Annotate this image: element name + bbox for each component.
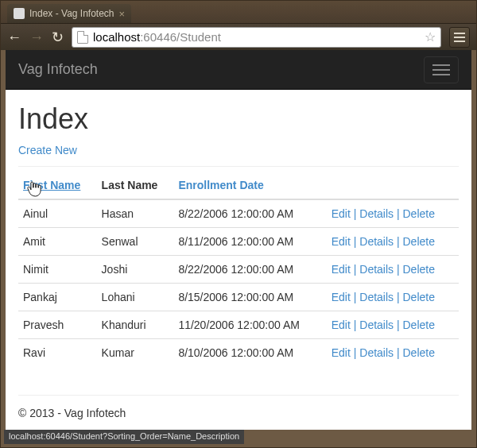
chrome-menu-icon[interactable] xyxy=(449,27,470,48)
cell-actions: Edit | Details | Delete xyxy=(327,339,459,367)
cell-first-name: Pravesh xyxy=(18,311,97,339)
edit-link[interactable]: Edit xyxy=(332,263,351,276)
details-link[interactable]: Details xyxy=(359,291,394,303)
cell-last-name: Joshi xyxy=(97,256,174,284)
col-first-name-sort[interactable]: First Name xyxy=(23,179,80,191)
details-link[interactable]: Details xyxy=(359,319,394,331)
cell-last-name: Kumar xyxy=(97,339,174,367)
favicon-icon xyxy=(14,8,25,19)
cell-actions: Edit | Details | Delete xyxy=(327,284,459,311)
create-new-link[interactable]: Create New xyxy=(18,144,77,156)
cell-first-name: Ravi xyxy=(18,339,97,367)
cell-actions: Edit | Details | Delete xyxy=(327,256,459,284)
table-row: PraveshKhanduri11/20/2006 12:00:00 AMEdi… xyxy=(18,311,459,339)
edit-link[interactable]: Edit xyxy=(332,235,351,248)
divider xyxy=(18,166,459,167)
address-bar[interactable]: localhost:60446/Student ☆ xyxy=(72,27,441,48)
cell-enroll-date: 8/22/2006 12:00:00 AM xyxy=(173,256,326,284)
students-table: First Name Last Name Enrollment Date Ain… xyxy=(18,172,459,366)
bookmark-star-icon[interactable]: ☆ xyxy=(425,29,436,44)
back-icon[interactable]: ← xyxy=(7,30,21,44)
cell-actions: Edit | Details | Delete xyxy=(327,199,459,228)
footer-divider xyxy=(18,395,459,396)
cell-enroll-date: 8/10/2006 12:00:00 AM xyxy=(173,339,326,367)
delete-link[interactable]: Delete xyxy=(403,235,435,248)
footer-text: © 2013 - Vag Infotech xyxy=(18,407,126,419)
forward-icon[interactable]: → xyxy=(29,30,44,44)
delete-link[interactable]: Delete xyxy=(403,207,435,220)
edit-link[interactable]: Edit xyxy=(332,207,351,220)
cell-enroll-date: 8/22/2006 12:00:00 AM xyxy=(173,199,326,228)
table-row: RaviKumar8/10/2006 12:00:00 AMEdit | Det… xyxy=(18,339,459,367)
cell-first-name: Pankaj xyxy=(18,284,97,311)
page-title: Index xyxy=(18,102,459,136)
delete-link[interactable]: Delete xyxy=(403,319,435,331)
nav-bar: ← → ↻ localhost:60446/Student ☆ xyxy=(1,23,476,50)
browser-tab[interactable]: Index - Vag Infotech × xyxy=(7,4,131,23)
col-last-name: Last Name xyxy=(97,172,174,199)
cell-last-name: Senwal xyxy=(97,228,174,256)
cell-enroll-date: 8/15/2006 12:00:00 AM xyxy=(173,284,326,311)
edit-link[interactable]: Edit xyxy=(332,319,351,331)
details-link[interactable]: Details xyxy=(359,263,394,276)
cell-enroll-date: 8/11/2006 12:00:00 AM xyxy=(173,228,326,256)
site-navbar: Vag Infotech xyxy=(6,50,471,90)
table-row: AmitSenwal8/11/2006 12:00:00 AMEdit | De… xyxy=(18,228,459,256)
viewport: Vag Infotech Index Create New First Name… xyxy=(6,50,471,430)
col-actions xyxy=(327,172,459,199)
brand[interactable]: Vag Infotech xyxy=(18,61,98,78)
details-link[interactable]: Details xyxy=(359,346,394,359)
edit-link[interactable]: Edit xyxy=(332,346,351,359)
tab-title: Index - Vag Infotech xyxy=(29,8,114,19)
delete-link[interactable]: Delete xyxy=(403,291,435,303)
details-link[interactable]: Details xyxy=(359,235,394,248)
address-text: localhost:60446/Student xyxy=(93,30,420,44)
table-row: NimitJoshi8/22/2006 12:00:00 AMEdit | De… xyxy=(18,256,459,284)
tab-bar: Index - Vag Infotech × xyxy=(1,1,476,23)
edit-link[interactable]: Edit xyxy=(332,291,351,303)
delete-link[interactable]: Delete xyxy=(403,346,435,359)
delete-link[interactable]: Delete xyxy=(403,263,435,276)
cell-actions: Edit | Details | Delete xyxy=(327,311,459,339)
table-row: PankajLohani8/15/2006 12:00:00 AMEdit | … xyxy=(18,284,459,311)
cell-last-name: Lohani xyxy=(97,284,174,311)
details-link[interactable]: Details xyxy=(359,207,394,220)
reload-icon[interactable]: ↻ xyxy=(52,30,64,44)
cell-enroll-date: 11/20/2006 12:00:00 AM xyxy=(173,311,326,339)
nav-toggle-icon[interactable] xyxy=(424,56,459,83)
cell-actions: Edit | Details | Delete xyxy=(327,228,459,256)
table-row: AinulHasan8/22/2006 12:00:00 AMEdit | De… xyxy=(18,199,459,228)
page-icon xyxy=(77,31,88,44)
cell-first-name: Amit xyxy=(18,228,97,256)
status-bar: localhost:60446/Student?Sorting_Order=Na… xyxy=(4,430,244,444)
col-enroll-sort[interactable]: Enrollment Date xyxy=(178,179,263,191)
cell-first-name: Ainul xyxy=(18,199,97,228)
close-tab-icon[interactable]: × xyxy=(119,8,126,20)
cell-first-name: Nimit xyxy=(18,256,97,284)
cell-last-name: Khanduri xyxy=(97,311,174,339)
cell-last-name: Hasan xyxy=(97,199,174,228)
